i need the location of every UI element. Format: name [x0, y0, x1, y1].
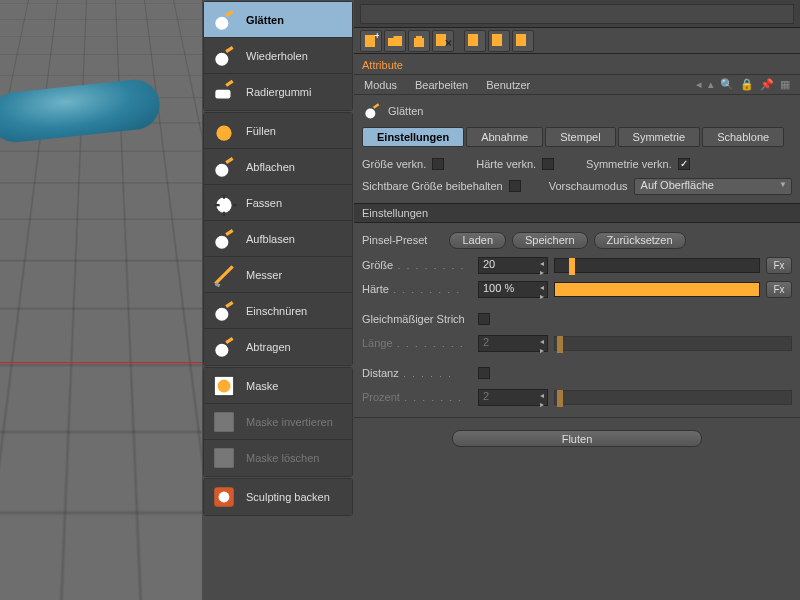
check-symmetrie-verkn[interactable] [678, 158, 690, 170]
smooth-icon [362, 101, 382, 121]
slider-laenge[interactable] [554, 336, 792, 351]
label-haerte-verkn: Härte verkn. [476, 158, 536, 170]
tab-schablone[interactable]: Schablone [702, 127, 784, 147]
tool-radiergummi[interactable]: Radiergummi [204, 74, 352, 110]
svg-rect-11 [214, 412, 234, 432]
tab-symmetrie[interactable]: Symmetrie [618, 127, 701, 147]
view-mode-2-button[interactable] [488, 30, 510, 52]
input-prozent[interactable]: 2 [478, 389, 548, 406]
check-groesse-verkn[interactable] [432, 158, 444, 170]
tool-label: Maske invertieren [246, 416, 333, 428]
tool-glätten[interactable]: Glätten [204, 2, 352, 38]
svg-rect-21 [516, 34, 526, 46]
slider-groesse[interactable] [554, 258, 760, 273]
button-fluten[interactable]: Fluten [452, 430, 702, 447]
tool-füllen[interactable]: Füllen [204, 113, 352, 149]
nav-up-icon[interactable]: ▴ [708, 78, 714, 91]
check-haerte-verkn[interactable] [542, 158, 554, 170]
tool-aufblasen[interactable]: Aufblasen [204, 221, 352, 257]
svg-point-8 [215, 344, 228, 357]
viewport[interactable] [0, 0, 202, 600]
tool-wiederholen[interactable]: Wiederholen [204, 38, 352, 74]
svg-point-14 [219, 492, 230, 503]
tool-messer[interactable]: Messer [204, 257, 352, 293]
tool-label: Fassen [246, 197, 282, 209]
tool-label: Aufblasen [246, 233, 295, 245]
select-vorschaumodus[interactable]: Auf Oberfläche [634, 178, 792, 195]
tool-abflachen[interactable]: Abflachen [204, 149, 352, 185]
view-mode-3-button[interactable] [512, 30, 534, 52]
label-prozent: Prozent [362, 391, 400, 403]
input-groesse[interactable]: 20 [478, 257, 548, 274]
tool-fassen[interactable]: Fassen [204, 185, 352, 221]
eraser-icon [210, 78, 238, 106]
menu-icon[interactable]: ▦ [780, 78, 790, 91]
tool-abtragen[interactable]: Abtragen [204, 329, 352, 365]
window-title-bar [360, 4, 794, 24]
slider-prozent[interactable] [554, 390, 792, 405]
tool-label: Glätten [246, 14, 284, 26]
knife-icon [210, 261, 238, 289]
label-vorschaumodus: Vorschaumodus [549, 180, 628, 192]
svg-point-22 [365, 109, 375, 119]
fx-groesse[interactable]: Fx [766, 257, 792, 274]
tool-label: Einschnüren [246, 305, 307, 317]
pinch-icon [210, 297, 238, 325]
label-distanz: Distanz [362, 367, 399, 379]
svg-point-6 [215, 235, 228, 248]
check-distanz[interactable] [478, 367, 490, 379]
model-mesh[interactable] [0, 77, 162, 144]
check-sichtbare-groesse[interactable] [509, 180, 521, 192]
button-speichern[interactable]: Speichern [512, 232, 588, 249]
toolbar: + ✕ [354, 28, 800, 54]
label-groesse-verkn: Größe verkn. [362, 158, 426, 170]
repeat-icon [210, 42, 238, 70]
section-einstellungen: Einstellungen [354, 203, 800, 223]
tool-maske-invertieren[interactable]: Maske invertieren [204, 404, 352, 440]
view-mode-1-button[interactable] [464, 30, 486, 52]
delete-button[interactable] [408, 30, 430, 52]
tool-label: Maske [246, 380, 278, 392]
tool-label: Sculpting backen [246, 491, 330, 503]
tool-sculpting-backen[interactable]: Sculpting backen [204, 479, 352, 515]
tab-stempel[interactable]: Stempel [545, 127, 615, 147]
button-zurücksetzen[interactable]: Zurücksetzen [594, 232, 686, 249]
svg-point-4 [215, 163, 228, 176]
fx-haerte[interactable]: Fx [766, 281, 792, 298]
pin-icon[interactable]: 📌 [760, 78, 774, 91]
tool-einschnüren[interactable]: Einschnüren [204, 293, 352, 329]
attribute-panel: + ✕ Attribute Modus Bearbeiten Benutzer … [354, 0, 800, 600]
input-haerte[interactable]: 100 % [478, 281, 548, 298]
menu-bearbeiten[interactable]: Bearbeiten [415, 79, 468, 91]
lock-icon[interactable]: 🔒 [740, 78, 754, 91]
open-folder-button[interactable] [384, 30, 406, 52]
tool-label: Abtragen [246, 341, 291, 353]
tab-einstellungen[interactable]: Einstellungen [362, 127, 464, 147]
button-laden[interactable]: Laden [449, 232, 506, 249]
mask-invert-icon [210, 408, 238, 436]
menu-modus[interactable]: Modus [364, 79, 397, 91]
slider-haerte[interactable] [554, 282, 760, 297]
tool-label: Abflachen [246, 161, 295, 173]
menu-benutzer[interactable]: Benutzer [486, 79, 530, 91]
tab-abnahme[interactable]: Abnahme [466, 127, 543, 147]
tool-sidebar: Glätten Wiederholen Radiergummi Füllen A… [202, 0, 354, 600]
preset-x-button[interactable]: ✕ [432, 30, 454, 52]
label-pinsel-preset: Pinsel-Preset [362, 234, 427, 246]
check-gleichstrich[interactable] [478, 313, 490, 325]
tool-maske-löschen[interactable]: Maske löschen [204, 440, 352, 476]
tool-maske[interactable]: Maske [204, 368, 352, 404]
scrape-icon [210, 333, 238, 361]
input-laenge[interactable]: 2 [478, 335, 548, 352]
new-preset-button[interactable]: + [360, 30, 382, 52]
inflate-icon [210, 225, 238, 253]
flatten-icon [210, 153, 238, 181]
nav-back-icon[interactable]: ◂ [696, 78, 702, 91]
label-haerte: Härte [362, 283, 389, 295]
svg-text:✕: ✕ [444, 37, 451, 49]
search-icon[interactable]: 🔍 [720, 78, 734, 91]
tool-label: Füllen [246, 125, 276, 137]
svg-point-0 [215, 16, 228, 29]
svg-rect-19 [468, 34, 478, 46]
tool-label: Radiergummi [246, 86, 311, 98]
